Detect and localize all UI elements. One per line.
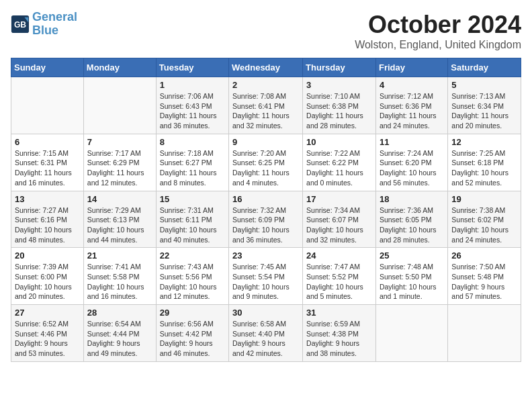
calendar-cell: [448, 305, 521, 362]
calendar-cell: 4Sunrise: 7:12 AM Sunset: 6:36 PM Daylig…: [375, 77, 447, 134]
calendar-cell: 20Sunrise: 7:39 AM Sunset: 6:00 PM Dayli…: [11, 248, 84, 305]
calendar-cell: 7Sunrise: 7:17 AM Sunset: 6:29 PM Daylig…: [83, 134, 156, 191]
day-number: 2: [232, 80, 299, 90]
calendar-cell: 31Sunrise: 6:59 AM Sunset: 4:38 PM Dayli…: [303, 305, 376, 362]
day-info: Sunrise: 7:15 AM Sunset: 6:31 PM Dayligh…: [15, 148, 80, 188]
col-tuesday: Tuesday: [156, 58, 228, 77]
calendar-cell: 17Sunrise: 7:34 AM Sunset: 6:07 PM Dayli…: [303, 191, 376, 248]
day-number: 3: [306, 80, 372, 90]
day-number: 5: [451, 80, 517, 90]
day-info: Sunrise: 6:59 AM Sunset: 4:38 PM Dayligh…: [306, 319, 372, 359]
day-info: Sunrise: 7:43 AM Sunset: 5:56 PM Dayligh…: [160, 262, 225, 302]
page-header: GB General Blue October 2024 Wolston, En…: [11, 11, 521, 51]
calendar-cell: 11Sunrise: 7:24 AM Sunset: 6:20 PM Dayli…: [375, 134, 447, 191]
day-number: 19: [451, 194, 517, 204]
calendar-week-4: 20Sunrise: 7:39 AM Sunset: 6:00 PM Dayli…: [11, 248, 521, 305]
calendar-cell: [375, 305, 447, 362]
day-number: 16: [232, 194, 299, 204]
calendar-cell: 22Sunrise: 7:43 AM Sunset: 5:56 PM Dayli…: [156, 248, 228, 305]
logo: GB General Blue: [11, 11, 77, 38]
month-title: October 2024: [355, 11, 521, 39]
day-info: Sunrise: 7:17 AM Sunset: 6:29 PM Dayligh…: [87, 148, 152, 188]
day-number: 17: [306, 194, 372, 204]
day-number: 31: [306, 308, 372, 318]
calendar-cell: 10Sunrise: 7:22 AM Sunset: 6:22 PM Dayli…: [303, 134, 376, 191]
day-number: 30: [232, 308, 299, 318]
logo-icon: GB: [11, 15, 30, 34]
day-info: Sunrise: 7:25 AM Sunset: 6:18 PM Dayligh…: [451, 148, 517, 188]
day-info: Sunrise: 7:48 AM Sunset: 5:50 PM Dayligh…: [380, 262, 444, 302]
location-subtitle: Wolston, England, United Kingdom: [355, 39, 521, 51]
day-number: 28: [87, 308, 152, 318]
day-number: 23: [232, 250, 299, 261]
calendar-cell: [11, 77, 84, 134]
day-number: 7: [87, 137, 152, 147]
day-number: 9: [232, 137, 299, 147]
day-number: 8: [160, 137, 225, 147]
day-info: Sunrise: 7:10 AM Sunset: 6:38 PM Dayligh…: [306, 91, 372, 131]
calendar-table: Sunday Monday Tuesday Wednesday Thursday…: [11, 58, 521, 362]
day-info: Sunrise: 7:39 AM Sunset: 6:00 PM Dayligh…: [15, 262, 80, 302]
day-number: 27: [15, 308, 80, 318]
col-wednesday: Wednesday: [229, 58, 303, 77]
day-info: Sunrise: 6:58 AM Sunset: 4:40 PM Dayligh…: [232, 319, 299, 359]
day-info: Sunrise: 6:56 AM Sunset: 4:42 PM Dayligh…: [160, 319, 225, 359]
day-info: Sunrise: 7:29 AM Sunset: 6:13 PM Dayligh…: [87, 205, 152, 245]
calendar-cell: 21Sunrise: 7:41 AM Sunset: 5:58 PM Dayli…: [83, 248, 156, 305]
day-number: 24: [306, 250, 372, 261]
title-block: October 2024 Wolston, England, United Ki…: [355, 11, 521, 51]
calendar-cell: 9Sunrise: 7:20 AM Sunset: 6:25 PM Daylig…: [229, 134, 303, 191]
day-number: 11: [380, 137, 444, 147]
day-info: Sunrise: 7:24 AM Sunset: 6:20 PM Dayligh…: [380, 148, 444, 188]
col-sunday: Sunday: [11, 58, 84, 77]
calendar-cell: 1Sunrise: 7:06 AM Sunset: 6:43 PM Daylig…: [156, 77, 228, 134]
day-info: Sunrise: 7:22 AM Sunset: 6:22 PM Dayligh…: [306, 148, 372, 188]
calendar-week-2: 6Sunrise: 7:15 AM Sunset: 6:31 PM Daylig…: [11, 134, 521, 191]
header-row: Sunday Monday Tuesday Wednesday Thursday…: [11, 58, 521, 77]
calendar-cell: 8Sunrise: 7:18 AM Sunset: 6:27 PM Daylig…: [156, 134, 228, 191]
calendar-cell: 12Sunrise: 7:25 AM Sunset: 6:18 PM Dayli…: [448, 134, 521, 191]
day-info: Sunrise: 7:45 AM Sunset: 5:54 PM Dayligh…: [232, 262, 299, 302]
day-info: Sunrise: 7:08 AM Sunset: 6:41 PM Dayligh…: [232, 91, 299, 131]
day-number: 18: [380, 194, 444, 204]
calendar-body: 1Sunrise: 7:06 AM Sunset: 6:43 PM Daylig…: [11, 77, 521, 362]
logo-text: General Blue: [32, 11, 77, 38]
day-number: 26: [451, 250, 517, 261]
day-info: Sunrise: 7:31 AM Sunset: 6:11 PM Dayligh…: [160, 205, 225, 245]
day-info: Sunrise: 7:27 AM Sunset: 6:16 PM Dayligh…: [15, 205, 80, 245]
calendar-cell: 18Sunrise: 7:36 AM Sunset: 6:05 PM Dayli…: [375, 191, 447, 248]
calendar-cell: 2Sunrise: 7:08 AM Sunset: 6:41 PM Daylig…: [229, 77, 303, 134]
calendar-cell: 25Sunrise: 7:48 AM Sunset: 5:50 PM Dayli…: [375, 248, 447, 305]
day-info: Sunrise: 7:32 AM Sunset: 6:09 PM Dayligh…: [232, 205, 299, 245]
calendar-week-5: 27Sunrise: 6:52 AM Sunset: 4:46 PM Dayli…: [11, 305, 521, 362]
calendar-header: Sunday Monday Tuesday Wednesday Thursday…: [11, 58, 521, 77]
day-number: 10: [306, 137, 372, 147]
calendar-cell: [83, 77, 156, 134]
calendar-cell: 6Sunrise: 7:15 AM Sunset: 6:31 PM Daylig…: [11, 134, 84, 191]
day-info: Sunrise: 7:18 AM Sunset: 6:27 PM Dayligh…: [160, 148, 225, 188]
day-info: Sunrise: 7:36 AM Sunset: 6:05 PM Dayligh…: [380, 205, 444, 245]
day-info: Sunrise: 7:41 AM Sunset: 5:58 PM Dayligh…: [87, 262, 152, 302]
col-saturday: Saturday: [448, 58, 521, 77]
svg-text:GB: GB: [14, 19, 26, 29]
day-info: Sunrise: 7:34 AM Sunset: 6:07 PM Dayligh…: [306, 205, 372, 245]
calendar-cell: 30Sunrise: 6:58 AM Sunset: 4:40 PM Dayli…: [229, 305, 303, 362]
day-number: 21: [87, 250, 152, 261]
calendar-cell: 29Sunrise: 6:56 AM Sunset: 4:42 PM Dayli…: [156, 305, 228, 362]
day-info: Sunrise: 7:50 AM Sunset: 5:48 PM Dayligh…: [451, 262, 517, 302]
calendar-cell: 19Sunrise: 7:38 AM Sunset: 6:02 PM Dayli…: [448, 191, 521, 248]
day-number: 14: [87, 194, 152, 204]
calendar-cell: 24Sunrise: 7:47 AM Sunset: 5:52 PM Dayli…: [303, 248, 376, 305]
col-monday: Monday: [83, 58, 156, 77]
day-number: 4: [380, 80, 444, 90]
day-info: Sunrise: 6:52 AM Sunset: 4:46 PM Dayligh…: [15, 319, 80, 359]
calendar-cell: 27Sunrise: 6:52 AM Sunset: 4:46 PM Dayli…: [11, 305, 84, 362]
day-number: 6: [15, 137, 80, 147]
day-number: 29: [160, 308, 225, 318]
day-number: 12: [451, 137, 517, 147]
col-thursday: Thursday: [303, 58, 376, 77]
day-number: 25: [380, 250, 444, 261]
calendar-cell: 3Sunrise: 7:10 AM Sunset: 6:38 PM Daylig…: [303, 77, 376, 134]
day-info: Sunrise: 7:12 AM Sunset: 6:36 PM Dayligh…: [380, 91, 444, 131]
day-info: Sunrise: 7:13 AM Sunset: 6:34 PM Dayligh…: [451, 91, 517, 131]
